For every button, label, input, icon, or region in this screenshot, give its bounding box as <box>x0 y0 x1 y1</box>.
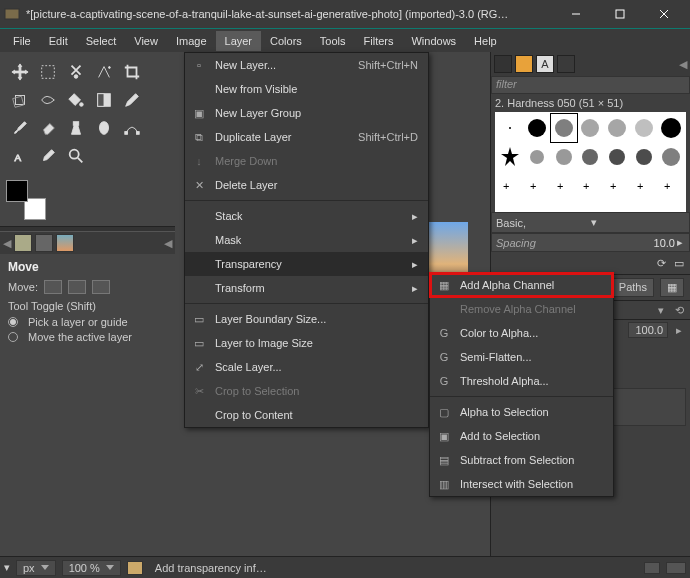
clone-tool-icon[interactable] <box>62 114 90 142</box>
opt-pick-layer[interactable]: Pick a layer or guide <box>8 316 167 328</box>
status-unit-icon[interactable]: ▾ <box>4 561 10 574</box>
brush-item[interactable] <box>578 143 604 171</box>
mi-delete-layer[interactable]: ✕Delete Layer <box>185 173 428 197</box>
mi-new-from-visible[interactable]: New from Visible <box>185 77 428 101</box>
move-mode-layer-icon[interactable] <box>44 280 62 294</box>
brush-filter-input[interactable]: filter <box>491 76 690 94</box>
brush-item[interactable]: + <box>497 172 523 200</box>
tool-options-tab-icon[interactable] <box>14 234 32 252</box>
mi-add-alpha-channel[interactable]: ▦Add Alpha Channel <box>430 273 613 297</box>
close-button[interactable] <box>642 0 686 28</box>
mi-intersect-with-selection[interactable]: ▥Intersect with Selection <box>430 472 613 496</box>
crop-tool-icon[interactable] <box>118 58 146 86</box>
brush-presets-dropdown[interactable]: Basic,▾ <box>491 212 690 233</box>
brush-item[interactable]: + <box>604 172 630 200</box>
mi-scale-layer[interactable]: ⤢Scale Layer... <box>185 355 428 379</box>
brush-item[interactable]: + <box>658 172 684 200</box>
brush-item[interactable]: + <box>524 172 550 200</box>
status-nav-icon[interactable] <box>666 562 686 574</box>
zoom-selector[interactable]: 100 % <box>62 560 121 576</box>
mi-semi-flatten[interactable]: GSemi-Flatten... <box>430 345 613 369</box>
mi-threshold-alpha[interactable]: GThreshold Alpha... <box>430 369 613 393</box>
menu-file[interactable]: File <box>4 31 40 51</box>
brush-item[interactable] <box>497 114 523 142</box>
brush-item[interactable] <box>578 114 604 142</box>
brush-item[interactable] <box>604 143 630 171</box>
status-cancel-icon[interactable] <box>644 562 660 574</box>
brushes-tab-icon[interactable] <box>494 55 512 73</box>
mi-subtract-from-selection[interactable]: ▤Subtract from Selection <box>430 448 613 472</box>
fuzzy-select-tool-icon[interactable] <box>90 58 118 86</box>
brush-item[interactable] <box>631 143 657 171</box>
brush-item[interactable]: + <box>578 172 604 200</box>
tab-extras-icon[interactable]: ▦ <box>660 278 684 297</box>
menu-filters[interactable]: Filters <box>355 31 403 51</box>
color-swatches[interactable] <box>6 180 46 220</box>
rotate-tool-icon[interactable] <box>6 86 34 114</box>
brush-item[interactable] <box>631 114 657 142</box>
mi-duplicate-layer[interactable]: ⧉Duplicate LayerShift+Ctrl+D <box>185 125 428 149</box>
brush-item[interactable] <box>497 143 523 171</box>
menu-view[interactable]: View <box>125 31 167 51</box>
mi-new-layer-group[interactable]: ▣New Layer Group <box>185 101 428 125</box>
move-mode-selection-icon[interactable] <box>68 280 86 294</box>
unit-selector[interactable]: px <box>16 560 56 576</box>
open-brush-editor-icon[interactable]: ▭ <box>674 257 684 270</box>
zoom-tool-icon[interactable] <box>62 142 90 170</box>
brush-item[interactable]: + <box>551 172 577 200</box>
mi-stack[interactable]: Stack▸ <box>185 204 428 228</box>
warp-tool-icon[interactable] <box>34 86 62 114</box>
mi-transform[interactable]: Transform▸ <box>185 276 428 300</box>
tab-paths[interactable]: Paths <box>612 278 654 297</box>
minimize-button[interactable] <box>554 0 598 28</box>
mi-crop-to-content[interactable]: Crop to Content <box>185 403 428 427</box>
history-tab-icon[interactable] <box>557 55 575 73</box>
path-tool-icon[interactable] <box>118 114 146 142</box>
color-picker-tool-icon[interactable] <box>34 142 62 170</box>
maximize-button[interactable] <box>598 0 642 28</box>
menu-help[interactable]: Help <box>465 31 506 51</box>
gradient-tool-icon[interactable] <box>90 86 118 114</box>
mi-new-layer[interactable]: ▫New Layer...Shift+Ctrl+N <box>185 53 428 77</box>
menu-layer[interactable]: Layer <box>216 31 262 51</box>
opt-move-active[interactable]: Move the active layer <box>8 331 167 343</box>
images-tab-icon[interactable] <box>56 234 74 252</box>
mi-layer-boundary[interactable]: ▭Layer Boundary Size... <box>185 307 428 331</box>
mi-mask[interactable]: Mask▸ <box>185 228 428 252</box>
fonts-tab-icon[interactable]: A <box>536 55 554 73</box>
menu-edit[interactable]: Edit <box>40 31 77 51</box>
bucket-fill-tool-icon[interactable] <box>62 86 90 114</box>
brush-item[interactable] <box>658 114 684 142</box>
mi-color-to-alpha[interactable]: GColor to Alpha... <box>430 321 613 345</box>
brush-spacing-field[interactable]: Spacing10.0▸ <box>491 233 690 252</box>
reload-icon[interactable]: ⟳ <box>657 257 666 270</box>
smudge-tool-icon[interactable] <box>90 114 118 142</box>
pencil-tool-icon[interactable] <box>118 86 146 114</box>
brush-grid[interactable]: + + + + + + + <box>495 112 686 212</box>
move-tool-icon[interactable] <box>6 58 34 86</box>
menu-windows[interactable]: Windows <box>402 31 465 51</box>
brush-item[interactable] <box>604 114 630 142</box>
brush-item[interactable] <box>658 143 684 171</box>
brush-item[interactable] <box>551 114 577 142</box>
fg-color-swatch[interactable] <box>6 180 28 202</box>
free-select-tool-icon[interactable] <box>62 58 90 86</box>
menu-image[interactable]: Image <box>167 31 216 51</box>
eraser-tool-icon[interactable] <box>34 114 62 142</box>
brush-item[interactable] <box>551 143 577 171</box>
mi-add-to-selection[interactable]: ▣Add to Selection <box>430 424 613 448</box>
paintbrush-tool-icon[interactable] <box>6 114 34 142</box>
patterns-tab-icon[interactable] <box>515 55 533 73</box>
brush-item[interactable] <box>524 143 550 171</box>
mi-layer-to-image[interactable]: ▭Layer to Image Size <box>185 331 428 355</box>
brush-item[interactable]: + <box>631 172 657 200</box>
mi-alpha-to-selection[interactable]: ▢Alpha to Selection <box>430 400 613 424</box>
device-status-tab-icon[interactable] <box>35 234 53 252</box>
menu-tools[interactable]: Tools <box>311 31 355 51</box>
menu-select[interactable]: Select <box>77 31 126 51</box>
text-tool-icon[interactable]: A <box>6 142 34 170</box>
mi-transparency[interactable]: Transparency▸ <box>185 252 428 276</box>
rect-select-tool-icon[interactable] <box>34 58 62 86</box>
menu-colors[interactable]: Colors <box>261 31 311 51</box>
brush-item[interactable] <box>524 114 550 142</box>
